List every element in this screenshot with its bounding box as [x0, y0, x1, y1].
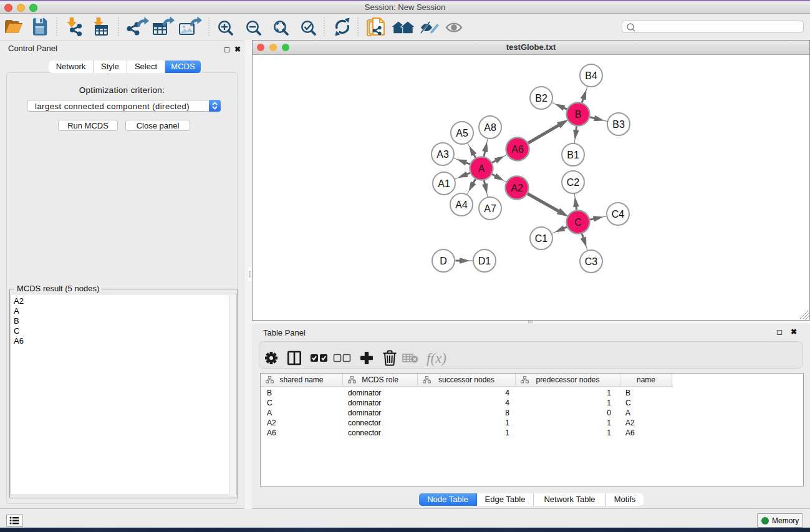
svg-text:A5: A5: [456, 128, 468, 138]
svg-text:B4: B4: [585, 70, 597, 81]
svg-text:B3: B3: [612, 119, 625, 130]
svg-text:B: B: [575, 109, 582, 120]
svg-text:C: C: [574, 217, 582, 228]
svg-text:C4: C4: [612, 209, 625, 220]
svg-text:A2: A2: [511, 183, 523, 193]
svg-text:B2: B2: [535, 93, 547, 104]
svg-text:A1: A1: [438, 178, 450, 189]
svg-text:C3: C3: [585, 256, 598, 267]
svg-text:D1: D1: [478, 256, 491, 266]
svg-text:A6: A6: [511, 144, 524, 155]
svg-text:D: D: [440, 256, 447, 266]
svg-text:C2: C2: [567, 177, 580, 188]
svg-text:A3: A3: [436, 149, 449, 160]
svg-text:A8: A8: [484, 122, 496, 133]
svg-text:A7: A7: [484, 203, 496, 214]
svg-text:A4: A4: [455, 200, 468, 210]
svg-text:C1: C1: [535, 233, 548, 244]
svg-text:A: A: [478, 163, 485, 174]
svg-text:B1: B1: [567, 150, 579, 160]
svg-text:f(x): f(x): [427, 351, 446, 366]
